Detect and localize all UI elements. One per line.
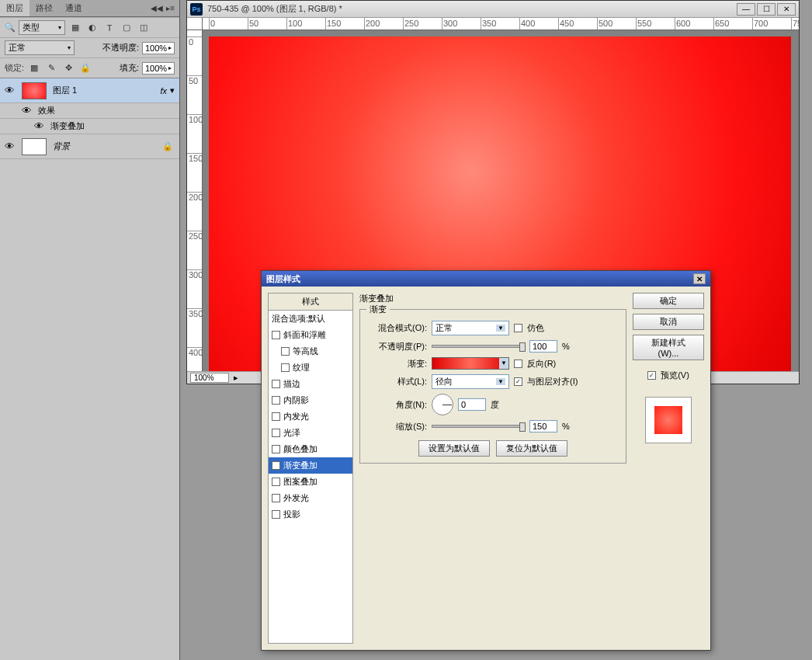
blend-mode-label: 混合模式(O): xyxy=(368,322,427,334)
fx-toggle-icon[interactable]: ▾ xyxy=(170,85,179,96)
gradient-overlay-label: 渐变叠加 xyxy=(50,120,85,132)
lock-trans-icon[interactable]: ▩ xyxy=(27,61,41,75)
tab-paths[interactable]: 路径 xyxy=(29,0,59,16)
new-style-button[interactable]: 新建样式(W)... xyxy=(633,335,704,360)
opacity-input[interactable]: 100% xyxy=(142,42,175,54)
lock-row: 锁定: ▩ ✎ ✥ 🔒 填充: 100% xyxy=(0,57,179,78)
checkbox[interactable] xyxy=(281,363,290,372)
cancel-button[interactable]: 取消 xyxy=(633,314,704,330)
styles-header[interactable]: 样式 xyxy=(269,294,352,311)
style-inner-shadow[interactable]: 内阴影 xyxy=(269,392,352,408)
filter-kind-select[interactable]: 类型 xyxy=(19,20,65,35)
checkbox[interactable] xyxy=(272,494,280,502)
layer-name[interactable]: 背景 xyxy=(50,141,162,152)
checkbox[interactable] xyxy=(272,380,280,388)
checkbox[interactable] xyxy=(272,396,280,405)
layer-thumbnail[interactable] xyxy=(22,82,47,99)
filter-adjust-icon[interactable]: ◐ xyxy=(85,21,99,35)
angle-label: 角度(N): xyxy=(368,399,427,411)
eye-icon[interactable]: 👁 xyxy=(5,141,15,152)
reverse-checkbox[interactable] xyxy=(514,360,522,368)
close-icon[interactable]: ✕ xyxy=(693,273,706,284)
lock-move-icon[interactable]: ✥ xyxy=(61,61,75,75)
blend-mode-select[interactable]: 正常 xyxy=(432,321,509,335)
opacity-label: 不透明度: xyxy=(102,42,139,54)
style-satin[interactable]: 光泽 xyxy=(269,425,352,441)
maximize-button[interactable]: ☐ xyxy=(757,3,776,16)
style-gradient-overlay[interactable]: ✓渐变叠加 xyxy=(269,457,352,474)
status-menu-icon[interactable]: ▸ xyxy=(234,373,238,383)
style-bevel[interactable]: 斜面和浮雕 xyxy=(269,327,352,343)
checkbox[interactable] xyxy=(272,331,280,339)
checkbox[interactable] xyxy=(272,510,280,519)
lock-paint-icon[interactable]: ✎ xyxy=(44,61,58,75)
eye-icon[interactable]: 👁 xyxy=(5,85,15,96)
filter-smart-icon[interactable]: ◫ xyxy=(137,21,151,35)
dialog-titlebar[interactable]: 图层样式 ✕ xyxy=(262,271,710,287)
angle-dial[interactable] xyxy=(432,394,453,415)
checkbox[interactable] xyxy=(272,478,280,486)
scale-input[interactable]: 150 xyxy=(529,420,557,432)
ok-button[interactable]: 确定 xyxy=(633,293,704,309)
filter-type-icon[interactable]: T xyxy=(102,21,116,35)
style-select[interactable]: 径向 xyxy=(432,374,509,389)
fill-input[interactable]: 100% xyxy=(142,62,175,75)
opacity-input[interactable]: 100 xyxy=(529,340,557,353)
tab-layers[interactable]: 图层 xyxy=(0,0,29,16)
zoom-input[interactable]: 100% xyxy=(190,373,229,383)
style-pattern-overlay[interactable]: 图案叠加 xyxy=(269,474,352,490)
percent-label: % xyxy=(562,422,570,431)
style-inner-glow[interactable]: 内发光 xyxy=(269,408,352,425)
style-drop-shadow[interactable]: 投影 xyxy=(269,506,352,523)
layer-row-bg[interactable]: 👁 背景 🔒 xyxy=(0,134,179,159)
align-label: 与图层对齐(I) xyxy=(527,376,578,387)
layer-style-dialog: 图层样式 ✕ 样式 混合选项:默认 斜面和浮雕 等高线 纹理 描边 内阴影 内发… xyxy=(261,270,711,651)
checkbox[interactable] xyxy=(272,429,280,437)
scale-slider[interactable] xyxy=(432,425,525,428)
preview-checkbox[interactable]: ✓ xyxy=(647,371,656,380)
angle-input[interactable]: 0 xyxy=(458,398,486,411)
ruler-horizontal[interactable]: 0501001502002503003504004505005506006507… xyxy=(203,18,799,30)
filter-pixel-icon[interactable]: ▦ xyxy=(68,21,82,35)
style-texture[interactable]: 纹理 xyxy=(269,360,352,376)
style-color-overlay[interactable]: 颜色叠加 xyxy=(269,441,352,457)
tab-channels[interactable]: 通道 xyxy=(59,0,88,16)
fx-badge[interactable]: fx xyxy=(160,86,170,96)
eye-icon[interactable]: 👁 xyxy=(22,105,32,116)
dither-label: 仿色 xyxy=(527,322,544,334)
set-default-button[interactable]: 设置为默认值 xyxy=(418,440,490,457)
opacity-slider[interactable] xyxy=(432,345,525,348)
layer-thumbnail[interactable] xyxy=(22,138,47,155)
dither-checkbox[interactable] xyxy=(514,324,522,332)
checkbox[interactable] xyxy=(281,347,290,356)
layer-row-1[interactable]: 👁 图层 1 fx ▾ xyxy=(0,78,179,103)
collapse-icon[interactable]: ◀◀ xyxy=(151,4,163,12)
panel-menu-icon[interactable]: ▸≡ xyxy=(166,4,175,12)
layer-name[interactable]: 图层 1 xyxy=(50,85,160,96)
reset-default-button[interactable]: 复位为默认值 xyxy=(496,440,567,457)
fx-gradient-row[interactable]: 👁 渐变叠加 xyxy=(0,119,179,134)
eye-icon[interactable]: 👁 xyxy=(34,120,44,132)
align-checkbox[interactable]: ✓ xyxy=(514,377,522,386)
checkbox[interactable] xyxy=(272,445,280,453)
minimize-button[interactable]: — xyxy=(737,3,755,16)
blend-options-item[interactable]: 混合选项:默认 xyxy=(269,311,352,327)
checkbox[interactable] xyxy=(272,412,280,421)
lock-all-icon[interactable]: 🔒 xyxy=(78,61,92,75)
close-button[interactable]: ✕ xyxy=(777,3,796,16)
blend-mode-select[interactable]: 正常 xyxy=(5,40,75,55)
fx-effects-row[interactable]: 👁 效果 xyxy=(0,103,179,119)
style-outer-glow[interactable]: 外发光 xyxy=(269,490,352,506)
ruler-vertical[interactable]: 050100150200250300350400 xyxy=(187,30,203,371)
doc-titlebar: Ps 750-435 @ 100% (图层 1, RGB/8) * — ☐ ✕ xyxy=(187,1,799,18)
lock-label: 锁定: xyxy=(5,62,24,74)
percent-label: % xyxy=(562,342,570,351)
ruler-origin[interactable] xyxy=(187,18,203,30)
preview-label: 预览(V) xyxy=(661,370,689,381)
checkbox[interactable]: ✓ xyxy=(272,461,280,470)
gradient-picker[interactable] xyxy=(432,357,509,370)
filter-shape-icon[interactable]: ▢ xyxy=(120,21,134,35)
search-icon[interactable]: 🔍 xyxy=(5,23,16,33)
style-contour[interactable]: 等高线 xyxy=(269,343,352,360)
style-stroke[interactable]: 描边 xyxy=(269,376,352,392)
